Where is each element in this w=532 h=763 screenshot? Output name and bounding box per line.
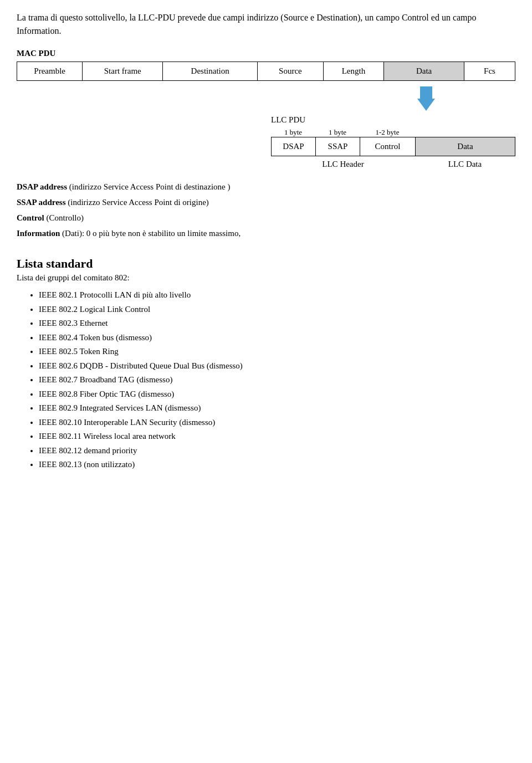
llc-data-field: Data	[416, 137, 515, 156]
ssap-field: SSAP	[316, 137, 360, 156]
lista-items: IEEE 802.1 Protocolli LAN di più alto li…	[17, 288, 515, 472]
lista-standard: Lista standard Lista dei gruppi del comi…	[17, 257, 515, 472]
llc-data-label: LLC Data	[415, 160, 515, 169]
mac-pdu-label: MAC PDU	[17, 49, 515, 58]
list-item: IEEE 802.12 demand priority	[39, 444, 515, 458]
mac-pdu-row: Preamble Start frame Destination Source …	[17, 62, 515, 81]
desc-dsap: DSAP address (indirizzo Service Access P…	[17, 180, 515, 193]
list-item: IEEE 802.4 Token bus (dismesso)	[39, 331, 515, 345]
list-item: IEEE 802.11 Wireless local area network	[39, 429, 515, 444]
list-item: IEEE 802.13 (non utilizzato)	[39, 458, 515, 472]
list-item: IEEE 802.6 DQDB - Distributed Queue Dual…	[39, 359, 515, 373]
llc-pdu-label: LLC PDU	[271, 115, 515, 125]
control-field: Control	[360, 137, 416, 156]
data-cell: Data	[384, 62, 464, 81]
byte-label-2: 1-2 byte	[360, 128, 415, 137]
byte-label-1: 1 byte	[315, 128, 360, 137]
destination-cell: Destination	[163, 62, 258, 81]
down-arrow	[417, 86, 435, 111]
desc-ssap: SSAP address (indirizzo Service Access P…	[17, 196, 515, 209]
start-frame-cell: Start frame	[83, 62, 163, 81]
list-item: IEEE 802.1 Protocolli LAN di più alto li…	[39, 288, 515, 303]
list-item: IEEE 802.5 Token Ring	[39, 345, 515, 359]
dsap-field: DSAP	[272, 137, 316, 156]
preamble-cell: Preamble	[17, 62, 83, 81]
desc-control: Control (Controllo)	[17, 211, 515, 224]
descriptions: DSAP address (indirizzo Service Access P…	[17, 180, 515, 240]
fcs-cell: Fcs	[464, 62, 515, 81]
list-item: IEEE 802.9 Integrated Services LAN (dism…	[39, 401, 515, 416]
llc-header-label: LLC Header	[271, 160, 415, 169]
byte-label-0: 1 byte	[271, 128, 315, 137]
lista-subtitle: Lista dei gruppi del comitato 802:	[17, 273, 515, 283]
list-item: IEEE 802.7 Broadband TAG (dismesso)	[39, 373, 515, 387]
source-cell: Source	[258, 62, 323, 81]
list-item: IEEE 802.10 Interoperable LAN Security (…	[39, 416, 515, 430]
desc-information: Information (Dati): 0 o più byte non è s…	[17, 227, 515, 240]
list-item: IEEE 802.2 Logical Link Control	[39, 303, 515, 317]
intro-text: La trama di questo sottolivello, la LLC-…	[17, 11, 515, 38]
lista-title: Lista standard	[17, 257, 515, 271]
list-item: IEEE 802.8 Fiber Optic TAG (dismesso)	[39, 387, 515, 402]
llc-pdu-section: LLC PDU 1 byte 1 byte 1-2 byte DSAP SSAP…	[17, 86, 515, 169]
list-item: IEEE 802.3 Ethernet	[39, 316, 515, 331]
length-cell: Length	[324, 62, 385, 81]
